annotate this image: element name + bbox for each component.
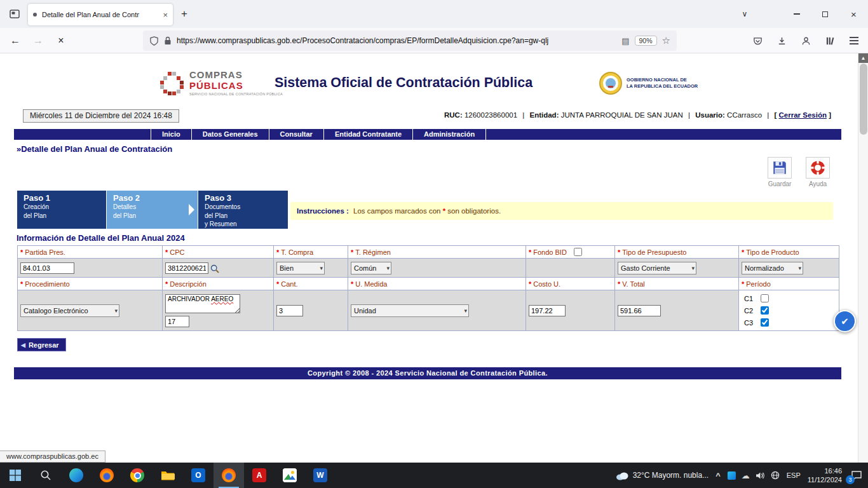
entidad-value: JUNTA PARROQUIAL DE SAN JUAN [561,111,683,119]
header-row-2: *Procedimiento *Descripción *Cant. *U. M… [18,278,839,290]
file-explorer-icon[interactable] [153,463,183,488]
url-bar[interactable]: https://www.compraspublicas.gob.ec/Proce… [143,30,677,51]
weather-widget[interactable]: 32°C Mayorm. nubla... [616,470,709,480]
procedimiento-select[interactable]: Catalogo Electrónico▾ [20,304,119,317]
window-controls: × [782,0,868,28]
t-regimen-select[interactable]: Común▾ [351,262,391,274]
stop-reload-button[interactable]: × [51,30,71,51]
page-scrollbar[interactable]: ▲ [858,53,868,463]
tipo-producto-select[interactable]: Normalizado▾ [742,262,803,274]
firefox-icon[interactable] [214,463,244,488]
tab-close-icon[interactable]: × [163,10,168,20]
descripcion-textarea[interactable]: ARCHIVADOR AEREO [165,294,240,313]
maximize-button[interactable] [811,0,839,28]
taskbar: 32°C Mayorm. nubla... ^ ☁ ESP 16:46 11/1… [0,463,868,488]
scroll-up-arrow[interactable]: ▲ [858,53,868,63]
minimize-button[interactable] [782,0,811,28]
search-button[interactable] [31,463,61,488]
volume-icon[interactable] [756,471,765,480]
menu-icon[interactable] [844,30,864,51]
pocket-icon[interactable] [747,30,768,51]
reader-view-icon[interactable]: ▤ [621,36,629,46]
ayuda-button[interactable]: Ayuda [801,157,835,187]
close-button[interactable]: × [839,0,868,28]
usuario-value: CCarrasco [727,111,762,119]
input-row-2: Catalogo Electrónico▾ ARCHIVADOR AEREO U… [18,290,839,331]
firefox-pinned-icon[interactable] [92,463,122,488]
partida-input[interactable] [20,262,74,274]
menu-item-consultar[interactable]: Consultar [269,129,324,140]
lock-icon[interactable] [164,36,172,45]
step-1-creacion[interactable]: Paso 1 Creación del Plan [17,191,106,229]
word-icon[interactable] [305,463,336,488]
periodo-c3-checkbox[interactable] [761,318,769,327]
menu-item-inicio[interactable]: Inicio [151,129,192,140]
menu-item-entidad-contratante[interactable]: Entidad Contratante [324,129,413,140]
menu-item-datos-generales[interactable]: Datos Generales [192,129,269,140]
taskbar-date: 11/12/2024 [808,475,842,484]
step-2-detalles-active[interactable]: Paso 2 Detalles del Plan [107,191,198,229]
government-logo: GOBIERNO NACIONAL DE LA REPUBLICA DEL EC… [599,71,698,95]
photos-icon[interactable] [275,463,305,488]
header-periodo: *Período [739,278,839,290]
zoom-level[interactable]: 90% [635,36,657,46]
help-lifebuoy-icon[interactable] [806,157,830,179]
logout-link[interactable]: Cerrar Sesión [779,111,827,119]
onedrive-icon[interactable]: ☁ [742,471,750,480]
page-content: COMPRAS PÚBLICAS SERVICIO NACIONAL DE CO… [0,53,858,463]
taskbar-clock[interactable]: 16:46 11/12/2024 [808,466,842,485]
save-floppy-icon[interactable] [768,157,792,179]
new-tab-button[interactable]: + [175,5,193,23]
hidden-icons-chevron[interactable]: ^ [715,471,721,480]
start-button[interactable] [0,463,31,488]
step-3-documentos[interactable]: Paso 3 Documentos del Plan y Resumen [198,191,288,229]
downloads-icon[interactable] [771,30,792,51]
logo-tagline: SERVICIO NACIONAL DE CONTRATACIÓN PÚBLIC… [189,92,283,96]
acrobat-icon[interactable] [244,463,275,488]
language-indicator[interactable]: ESP [787,471,801,479]
u-medida-select[interactable]: Unidad▾ [351,304,469,317]
fondo-bid-checkbox[interactable] [574,248,582,256]
ruc-value: 1260023860001 [465,111,517,119]
edge-icon[interactable] [61,463,92,488]
cantidad-input[interactable] [276,305,303,316]
tracking-shield-icon[interactable] [149,36,159,46]
chrome-icon[interactable] [122,463,153,488]
account-icon[interactable] [796,30,816,51]
notification-center-button[interactable]: 3 [849,468,864,483]
cpc-search-icon[interactable] [210,264,219,273]
gov-text-line1: GOBIERNO NACIONAL DE [627,77,698,83]
main-menu: Inicio Datos Generales Consultar Entidad… [14,129,841,140]
outlook-icon[interactable] [183,463,214,488]
current-datetime: Miércoles 11 de Diciembre del 2024 16:48 [23,109,179,123]
menu-item-administracion[interactable]: Administración [413,129,486,140]
guardar-label: Guardar [763,180,797,187]
tab-favicon-dot [33,13,37,17]
back-button[interactable]: ← [5,30,25,51]
t-compra-select[interactable]: Bien▾ [276,262,325,274]
cloud-icon [616,470,628,480]
url-text[interactable]: https://www.compraspublicas.gob.ec/Proce… [177,36,616,45]
guardar-button[interactable]: Guardar [763,157,797,187]
cpc-input[interactable] [165,262,208,274]
network-icon[interactable] [771,471,780,480]
tipo-presupuesto-select[interactable]: Gasto Corriente▾ [618,262,696,274]
tray-app-icon[interactable] [728,471,736,480]
header-descripcion: *Descripción [163,278,274,290]
floating-capture-button[interactable]: ✔ [834,310,856,332]
library-icon[interactable] [820,30,840,51]
periodo-c1-checkbox[interactable] [761,294,769,302]
ruc-label: RUC: [444,111,463,119]
header-tipo-producto: *Tipo de Producto [739,246,839,259]
firefox-view-icon[interactable] [5,4,24,24]
v-total-input[interactable] [618,305,661,316]
descripcion-extra-input[interactable] [165,316,189,327]
header-fondo-bid: *Fondo BID [526,246,615,259]
costo-u-input[interactable] [529,305,566,316]
bookmark-star-icon[interactable]: ☆ [662,35,670,46]
periodo-c2-checkbox[interactable] [761,306,769,315]
regresar-button[interactable]: ◀ Regresar [17,338,66,351]
browser-tab[interactable]: Detalle del Plan Anual de Contr × [28,4,173,25]
tab-list-chevron-icon[interactable]: ∨ [733,0,756,28]
scrollbar-thumb[interactable] [860,64,867,135]
